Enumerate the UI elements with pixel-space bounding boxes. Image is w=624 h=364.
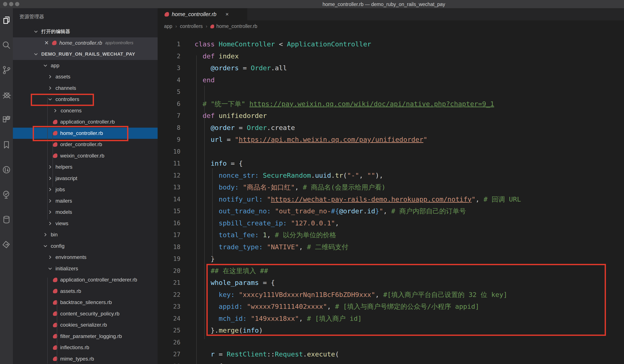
code-line-7[interactable]: 7 def unifiedorder	[158, 110, 624, 122]
tree-item-backtrace-silencers-rb[interactable]: backtrace_silencers.rb	[13, 297, 158, 308]
code-line-1[interactable]: 1class HomeController < ApplicationContr…	[158, 38, 624, 50]
code-text: spbill_create_ip: "127.0.0.1",	[195, 217, 339, 229]
tree-item-label: weixin_controller.rb	[60, 153, 104, 159]
code-line-9[interactable]: 9 url = "https://api.mch.weixin.qq.com/p…	[158, 134, 624, 146]
code-line-2[interactable]: 2 def index	[158, 50, 624, 62]
tree-item-cookies-serializer-rb[interactable]: cookies_serializer.rb	[13, 319, 158, 331]
ruby-file-icon	[53, 142, 57, 147]
code-line-19[interactable]: 19 }	[158, 253, 624, 265]
code-line-11[interactable]: 11 info = {	[158, 158, 624, 170]
code-line-26[interactable]: 26	[158, 337, 624, 348]
tab-home-controller[interactable]: home_controller.rb ×	[158, 8, 247, 20]
ruby-file-icon	[52, 41, 56, 45]
indent-guide	[196, 55, 197, 364]
tree-item-application-controller-renderer-rb[interactable]: application_controller_renderer.rb	[13, 274, 158, 286]
tree-item-initializers[interactable]: initializers	[13, 263, 158, 274]
code-line-17[interactable]: 17 total_fee: 1, # 以分为单位的价格	[158, 229, 624, 241]
code-line-13[interactable]: 13 body: "商品名-如口红", # 商品名(会显示给用户看)	[158, 181, 624, 194]
tree-item-channels[interactable]: channels	[13, 82, 158, 94]
code-line-5[interactable]: 5	[158, 86, 624, 98]
tree-item-config[interactable]: config	[13, 241, 158, 252]
tree-item-mailers[interactable]: mailers	[13, 195, 158, 207]
tree-item-helpers[interactable]: helpers	[13, 161, 158, 173]
tree-item-models[interactable]: models	[13, 206, 158, 218]
breadcrumb-app[interactable]: app	[164, 24, 172, 29]
code-line-3[interactable]: 3 @orders = Order.all	[158, 62, 624, 74]
open-editor-item-home-controller-rb[interactable]: ✕home_controller.rbapp/controllers	[13, 37, 158, 49]
tree-item-inflections-rb[interactable]: inflections.rb	[13, 342, 158, 353]
chevron-right-icon	[48, 86, 55, 91]
code-line-6[interactable]: 6 # "统一下单" https://pay.weixin.qq.com/wik…	[158, 98, 624, 110]
section-label: 打开的编辑器	[41, 28, 70, 35]
code-line-14[interactable]: 14 notify_url: "https://wechat-pay-rails…	[158, 194, 624, 205]
code-line-16[interactable]: 16 spbill_create_ip: "127.0.0.1",	[158, 217, 624, 229]
tree-item-javascript[interactable]: javascript	[13, 173, 158, 184]
bookmarks-icon[interactable]	[2, 140, 11, 149]
tree-item-content-security-policy-rb[interactable]: content_security_policy.rb	[13, 308, 158, 319]
traffic-light-close-icon[interactable]	[3, 2, 7, 6]
ruby-file-icon	[53, 153, 57, 158]
extensions-icon[interactable]	[2, 115, 11, 125]
tree-item-label: inflections.rb	[60, 344, 89, 350]
line-number: 2	[158, 50, 195, 62]
line-number: 5	[158, 86, 195, 98]
tree-item-label: initializers	[55, 266, 78, 272]
tab-close-icon[interactable]: ×	[226, 11, 229, 18]
tree-item-mime-types-rb[interactable]: mime_types.rb	[13, 353, 158, 364]
tree-item-label: filter_parameter_logging.rb	[60, 333, 122, 339]
tree-item-jobs[interactable]: jobs	[13, 184, 158, 195]
line-number: 12	[158, 170, 195, 182]
debug-icon[interactable]	[2, 90, 11, 100]
tree-item-label: environments	[55, 254, 86, 260]
breadcrumb-file[interactable]: home_controller.rb	[216, 24, 257, 29]
code-line-12[interactable]: 12 nonce_str: SecureRandom.uuid.tr("-", …	[158, 170, 624, 182]
live-share-icon[interactable]	[2, 165, 11, 174]
code-text: def unifiedorder	[195, 110, 267, 122]
tree-item-assets[interactable]: assets	[13, 71, 158, 82]
tab-bar: home_controller.rb ×	[158, 8, 624, 20]
code-text: {	[195, 360, 223, 364]
explorer-icon[interactable]	[2, 16, 11, 25]
code-line-18[interactable]: 18 trade_type: "NATIVE", # 二维码支付	[158, 241, 624, 253]
annotation-box-controllers	[31, 94, 94, 106]
code-line-10[interactable]: 10	[158, 146, 624, 158]
section-label: DEMO_RUBY_ON_RAILS_WECHAT_PAY	[41, 51, 135, 57]
close-icon[interactable]: ✕	[44, 40, 49, 46]
explorer-title: 资源管理器	[19, 13, 44, 20]
breadcrumb-controllers[interactable]: controllers	[180, 24, 203, 29]
source-control-icon[interactable]	[2, 65, 11, 75]
tree-item-concerns[interactable]: concerns	[13, 105, 158, 117]
tree-item-app[interactable]: app	[13, 60, 158, 71]
code-text: notify_url: "https://wechat-pay-rails-de…	[195, 194, 521, 205]
tree-item-views[interactable]: views	[13, 218, 158, 229]
code-line-15[interactable]: 15 out_trade_no: "out_trade_no-#{@order.…	[158, 205, 624, 217]
tree-item-weixin-controller-rb[interactable]: weixin_controller.rb	[13, 150, 158, 162]
test-explorer-icon[interactable]	[2, 190, 11, 199]
tree-item-environments[interactable]: environments	[13, 252, 158, 263]
line-number: 10	[158, 146, 195, 158]
code-line-28[interactable]: 28 {	[158, 360, 624, 364]
traffic-light-minimize-icon[interactable]	[9, 2, 13, 6]
line-number: 21	[158, 277, 195, 289]
code-line-8[interactable]: 8 @order = Order.create	[158, 122, 624, 134]
tree-item-label: config	[51, 243, 65, 249]
code-text: total_fee: 1, # 以分为单位的价格	[195, 229, 336, 241]
indent-guide	[204, 86, 205, 339]
code-line-27[interactable]: 27 r = RestClient::Request.execute(	[158, 348, 624, 360]
line-number: 17	[158, 229, 195, 241]
activity-bar	[0, 8, 13, 364]
breadcrumb: app › controllers › home_controller.rb	[158, 20, 624, 32]
traffic-light-maximize-icon[interactable]	[15, 2, 19, 6]
code-line-4[interactable]: 4 end	[158, 74, 624, 86]
tree-item-assets-rb[interactable]: assets.rb	[13, 286, 158, 297]
section-打开的编辑器[interactable]: 打开的编辑器	[13, 26, 158, 37]
database-icon[interactable]	[2, 215, 11, 224]
tree-item-bin[interactable]: bin	[13, 229, 158, 241]
tree-item-label: content_security_policy.rb	[60, 311, 120, 317]
angled-square-icon[interactable]	[2, 240, 11, 249]
section-demo-ruby-on-rails-wechat-pay[interactable]: DEMO_RUBY_ON_RAILS_WECHAT_PAY	[13, 49, 158, 60]
search-icon[interactable]	[2, 40, 11, 50]
tree-item-label: mime_types.rb	[60, 356, 94, 362]
tree-item-filter-parameter-logging-rb[interactable]: filter_parameter_logging.rb	[13, 331, 158, 342]
line-number: 26	[158, 337, 195, 348]
